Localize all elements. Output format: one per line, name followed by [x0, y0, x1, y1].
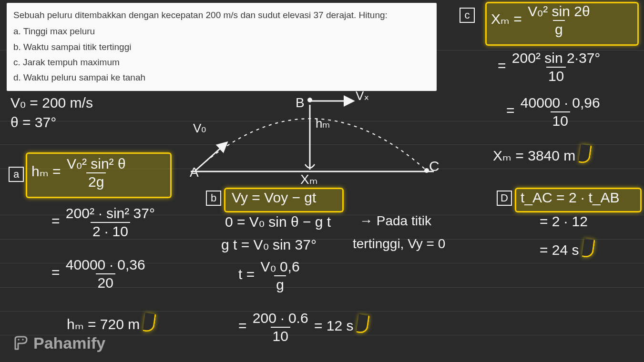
- tag-c: c: [460, 7, 480, 24]
- part-b-line4-den: 10: [271, 327, 290, 344]
- part-a-result: hₘ = 720 m: [67, 311, 155, 332]
- logo-text: Pahamify: [33, 334, 105, 352]
- tag-c-label: c: [460, 8, 475, 23]
- part-a-result-text: hₘ = 720 m: [67, 316, 140, 332]
- logo-pahamify: Pahamify: [12, 334, 105, 352]
- diagram-hm: hₘ: [316, 116, 330, 131]
- part-a-step1: = 200² · sin² 37° 2 · 10: [51, 206, 157, 239]
- part-d-formula: t_AC = 2 · t_AB: [521, 190, 620, 206]
- tag-d-label: D: [497, 191, 512, 206]
- part-b-formula: Vy = Voy − gt: [232, 190, 316, 206]
- part-c-result-text: Xₘ = 3840 m: [493, 148, 575, 163]
- part-b-line3-num: V₀ 0,6: [259, 259, 302, 275]
- part-b-line3-lhs: t =: [238, 266, 255, 282]
- tag-d: D: [497, 190, 517, 207]
- part-b-line2: g t = V₀ sin 37°: [221, 236, 317, 253]
- problem-a: a. Tinggi max peluru: [13, 24, 430, 39]
- problem-d: d. Waktu peluru sampai ke tanah: [13, 70, 430, 85]
- diagram-Vx: Vₓ: [356, 89, 369, 103]
- tag-a-label: a: [9, 167, 24, 182]
- accent-curl-a: [143, 313, 156, 333]
- part-a-num: V₀² sin² θ: [65, 156, 128, 172]
- part-a-step2: = 40000 · 0,36 20: [51, 257, 147, 290]
- part-d-result-text: = 24 s: [540, 242, 579, 258]
- diagram-V0: V₀: [193, 121, 206, 136]
- part-c-den: g: [553, 20, 565, 37]
- part-a-formula: hₘ = V₀² sin² θ 2g: [31, 156, 128, 189]
- part-c-formula: Xₘ = V₀² sin 2θ g: [491, 4, 592, 37]
- diagram-Xm: Xₘ: [300, 171, 317, 187]
- part-a-step2-num: 40000 · 0,36: [64, 257, 147, 273]
- part-c-step2-den: 10: [551, 111, 570, 129]
- tag-a: a: [9, 166, 29, 183]
- svg-point-7: [22, 339, 23, 340]
- part-a-step1-num: 200² · sin² 37°: [64, 206, 157, 222]
- logo-icon: [12, 335, 30, 352]
- svg-point-3: [307, 98, 312, 102]
- tag-b-label: b: [206, 191, 221, 206]
- part-c-lhs: Xₘ =: [491, 11, 522, 27]
- part-c-step1-den: 10: [546, 67, 566, 84]
- given-theta: θ = 37°: [10, 114, 56, 131]
- problem-card: Sebuah peluru ditembakkan dengan kecepat…: [7, 3, 437, 91]
- accent-curl-b: [356, 314, 369, 334]
- whiteboard: Sebuah peluru ditembakkan dengan kecepat…: [0, 0, 644, 362]
- part-c-step2-num: 40000 · 0,96: [519, 95, 602, 111]
- diagram-C: C: [429, 158, 440, 174]
- part-b-line3: t = V₀ 0,6 g: [238, 259, 302, 292]
- part-b-note2: tertinggi, Vy = 0: [353, 236, 445, 251]
- part-d-step1: = 2 · 12: [540, 213, 588, 230]
- svg-point-4: [424, 168, 429, 173]
- accent-curl-d: [582, 239, 595, 259]
- part-a-step1-den: 2 · 10: [91, 222, 130, 239]
- part-a-step2-den: 20: [96, 273, 115, 291]
- tag-b: b: [206, 190, 226, 207]
- part-a-lhs: hₘ =: [31, 163, 61, 179]
- diagram-A: A: [190, 165, 199, 180]
- part-d-result: = 24 s: [540, 236, 594, 258]
- part-a-den: 2g: [86, 172, 106, 190]
- part-b-line1: 0 = V₀ sin θ − g t: [225, 213, 331, 230]
- part-c-step2: = 40000 · 0,96 10: [506, 95, 602, 128]
- part-b-line4-num: 200 · 0.6: [251, 311, 310, 327]
- part-b-line4: = 200 · 0.6 10 = 12 s: [238, 311, 368, 343]
- part-c-num: V₀² sin 2θ: [526, 4, 592, 20]
- svg-line-1: [195, 143, 226, 171]
- diagram-B: B: [296, 95, 305, 111]
- part-c-step1: = 200² sin 2·37° 10: [498, 50, 602, 83]
- accent-curl-c: [578, 144, 592, 164]
- problem-c: c. Jarak tempuh maximum: [13, 55, 430, 70]
- given-v0: V₀ = 200 m/s: [10, 94, 93, 111]
- problem-b: b. Waktu sampai titik tertinggi: [13, 40, 430, 55]
- part-b-line3-den: g: [274, 275, 286, 292]
- part-b-note1: → Pada titik: [359, 213, 431, 229]
- problem-prompt: Sebuah peluru ditembakkan dengan kecepat…: [13, 8, 430, 23]
- svg-point-6: [18, 339, 19, 340]
- part-b-line4-rhs: = 12 s: [314, 318, 354, 333]
- part-c-step1-num: 200² sin 2·37°: [510, 50, 602, 67]
- part-c-result: Xₘ = 3840 m: [493, 142, 591, 164]
